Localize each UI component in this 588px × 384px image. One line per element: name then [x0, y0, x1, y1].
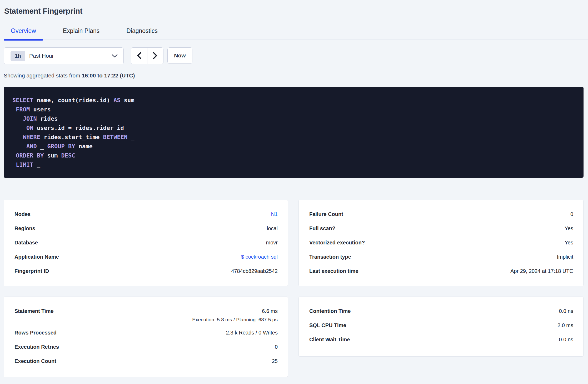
stat-row-failure-count: Failure Count 0	[309, 207, 573, 221]
chevron-right-icon	[153, 52, 158, 60]
stat-label: Execution Retries	[14, 344, 59, 350]
stat-label: Execution Count	[14, 358, 56, 364]
execution-attributes-card: Failure Count 0 Full scan? Yes Vectorize…	[298, 200, 584, 286]
tab-explain-plans-label: Explain Plans	[63, 27, 99, 34]
application-name-link[interactable]: $ cockroach sql	[241, 254, 278, 260]
stat-value: 2.3 k Reads / 0 Writes	[226, 330, 278, 336]
stats-caption-range: 16:00 to 17:22 (UTC)	[82, 72, 135, 78]
wait-time-card: Contention Time 0.0 ns SQL CPU Time 2.0 …	[298, 297, 584, 357]
statement-timing-card: Statement Time 6.6 ms Execution: 5.8 ms …	[4, 297, 288, 377]
stat-value: 0.0 ns	[559, 337, 573, 343]
stat-row-full-scan: Full scan? Yes	[309, 221, 573, 235]
stat-row-contention-time: Contention Time 0.0 ns	[309, 304, 573, 318]
stat-label: Rows Processed	[14, 330, 57, 336]
stat-label: Nodes	[14, 211, 31, 217]
stat-value: 4784cb829aab2542	[231, 268, 278, 274]
tab-diagnostics-label: Diagnostics	[126, 27, 158, 34]
stat-row-nodes: Nodes N1	[14, 207, 278, 221]
stat-label: Application Name	[14, 254, 59, 260]
stat-label: Database	[14, 240, 38, 246]
next-range-button[interactable]	[147, 48, 163, 64]
time-range-select[interactable]: 1h Past Hour	[4, 47, 124, 64]
stat-label: Full scan?	[309, 225, 335, 232]
stat-row-execution-count: Execution Count 25	[14, 354, 278, 368]
stat-value: local	[267, 225, 278, 232]
stat-row-execution-retries: Execution Retries 0	[14, 340, 278, 354]
page-title: Statement Fingerprint	[4, 7, 584, 16]
chevron-left-icon	[137, 52, 142, 60]
summary-cards: Nodes N1 Regions local Database movr App…	[4, 200, 584, 377]
statement-details-card: Nodes N1 Regions local Database movr App…	[4, 200, 288, 286]
statement-time-breakdown: Execution: 5.8 ms / Planning: 687.5 µs	[14, 317, 278, 323]
stat-value: 6.6 ms	[262, 308, 278, 314]
stat-row-regions: Regions local	[14, 221, 278, 235]
stat-row-client-wait-time: Client Wait Time 0.0 ns	[309, 332, 573, 347]
stat-value: 0	[275, 344, 278, 350]
stat-row-last-execution-time: Last execution time Apr 29, 2024 at 17:1…	[309, 264, 573, 278]
tab-overview-label: Overview	[11, 27, 36, 34]
stat-value: Apr 29, 2024 at 17:18 UTC	[510, 268, 573, 274]
tab-diagnostics[interactable]: Diagnostics	[119, 28, 165, 40]
stat-row-database: Database movr	[14, 235, 278, 250]
nodes-link[interactable]: N1	[271, 211, 278, 217]
stats-caption-prefix: Showing aggregated stats from	[4, 72, 82, 78]
chevron-down-icon	[112, 54, 118, 58]
statement-fingerprint-page: Statement Fingerprint Overview Explain P…	[0, 0, 588, 377]
tab-overview[interactable]: Overview	[4, 28, 43, 40]
stat-row-rows-processed: Rows Processed 2.3 k Reads / 0 Writes	[14, 326, 278, 340]
stat-value: 0.0 ns	[559, 308, 573, 314]
stat-label: Contention Time	[309, 308, 351, 314]
stat-row-vectorized-execution: Vectorized execution? Yes	[309, 235, 573, 250]
stat-label: Transaction type	[309, 254, 351, 260]
time-range-selected-value: Past Hour	[29, 53, 54, 59]
stat-label: Vectorized execution?	[309, 240, 365, 246]
time-range-badge: 1h	[11, 51, 25, 61]
stat-label: Failure Count	[309, 211, 343, 217]
tab-bar: Overview Explain Plans Diagnostics	[4, 28, 588, 40]
stat-value: Yes	[565, 225, 573, 232]
stat-label: SQL CPU Time	[309, 322, 346, 328]
time-picker-row: 1h Past Hour Now	[4, 47, 584, 64]
tab-explain-plans[interactable]: Explain Plans	[56, 28, 107, 40]
stat-row-application-name: Application Name $ cockroach sql	[14, 250, 278, 264]
aggregated-stats-caption: Showing aggregated stats from 16:00 to 1…	[4, 72, 584, 79]
stat-label: Fingerprint ID	[14, 268, 49, 274]
stat-label: Statement Time	[14, 308, 54, 314]
now-button[interactable]: Now	[167, 47, 192, 64]
stat-value: Implicit	[557, 254, 573, 260]
stat-value: 2.0 ms	[557, 322, 573, 328]
stat-value: movr	[266, 240, 278, 246]
stat-row-sql-cpu-time: SQL CPU Time 2.0 ms	[309, 318, 573, 332]
stat-row-fingerprint-id: Fingerprint ID 4784cb829aab2542	[14, 264, 278, 278]
stat-row-transaction-type: Transaction type Implicit	[309, 250, 573, 264]
sql-statement-box: SELECT name, count(rides.id) AS sum FROM…	[4, 87, 584, 178]
stat-label: Regions	[14, 225, 35, 232]
stat-value: 25	[272, 358, 278, 364]
previous-range-button[interactable]	[131, 48, 147, 64]
stat-value: 0	[570, 211, 573, 217]
stat-row-statement-time: Statement Time 6.6 ms	[14, 304, 278, 318]
stat-label: Client Wait Time	[309, 337, 350, 343]
time-range-arrows	[131, 47, 163, 64]
stat-value: Yes	[565, 240, 573, 246]
stat-label: Last execution time	[309, 268, 358, 274]
